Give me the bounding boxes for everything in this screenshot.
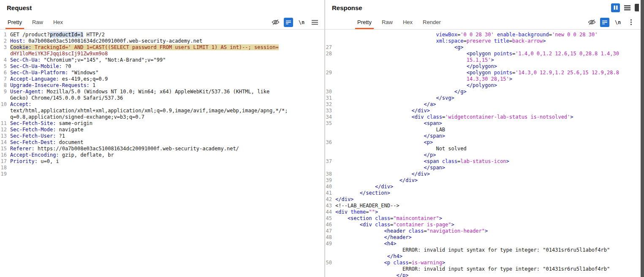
line-content: <h4>	[335, 241, 397, 247]
line-number: 16	[0, 152, 10, 158]
code-line: 18	[0, 165, 324, 171]
code-line: 48</header>	[325, 234, 641, 241]
request-tabs: PrettyRawHex	[3, 15, 68, 29]
line-content: Sec-Ch-Ua-Platform: "Windows"	[10, 70, 99, 76]
line-content: ERROR: invalid input syntax for type int…	[335, 247, 610, 253]
response-editor[interactable]: viewBox='0 0 28 30' enable-background='n…	[325, 30, 641, 277]
response-tabs: PrettyRawHexRender	[352, 15, 446, 29]
line-number	[325, 133, 335, 139]
line-number: 11	[0, 120, 10, 127]
code-line: 12Sec-Fetch-Mode: navigate	[0, 127, 324, 133]
layout-stacked-button[interactable]	[623, 3, 632, 12]
line-number: 37	[325, 158, 335, 165]
line-number: 40	[325, 184, 335, 190]
line-content: </g>	[335, 89, 467, 95]
line-number: 9	[0, 89, 10, 95]
tab-raw[interactable]: Raw	[377, 15, 398, 29]
code-line: 40</div>	[325, 184, 641, 190]
tab-raw[interactable]: Raw	[27, 15, 48, 29]
code-line: </p>	[325, 272, 641, 277]
code-line: 11Sec-Fetch-Site: same-origin	[0, 120, 324, 127]
tab-render[interactable]: Render	[418, 15, 446, 29]
line-content: <div class="container is-page">	[335, 222, 454, 228]
line-number: 19	[0, 171, 10, 177]
request-title: Request	[7, 4, 32, 11]
code-line: 49<h4>	[325, 241, 641, 247]
code-line: 38</div>	[325, 171, 641, 177]
line-content: <header class="navigation-header">	[335, 228, 488, 234]
code-line: 10Accept:	[0, 101, 324, 108]
code-line: 32</a>	[325, 101, 641, 108]
response-view-toolbar: \n	[587, 15, 638, 29]
layout-extra-button[interactable]	[635, 4, 639, 11]
line-content: Sec-Fetch-Mode: navigate	[10, 127, 83, 133]
code-line: text/html,application/xhtml+xml,applicat…	[0, 108, 324, 114]
tab-hex[interactable]: Hex	[48, 15, 68, 29]
line-content: xml:space=preserve title=back-arrow>	[335, 38, 546, 44]
code-line: 31</svg>	[325, 95, 641, 101]
request-editor[interactable]: 1GET /product?productId=1 HTTP/22Host: 0…	[0, 30, 324, 277]
line-number: 27	[325, 44, 335, 51]
code-line: 9User-Agent: Mozilla/5.0 (Windows NT 10.…	[0, 89, 324, 95]
tab-pretty[interactable]: Pretty	[352, 15, 377, 29]
line-content: </p>	[335, 272, 408, 277]
code-line: Gecko) Chrome/145.0.0.0 Safari/537.36	[0, 95, 324, 101]
syntax-highlight-icon[interactable]	[600, 18, 609, 27]
nonprintable-chars-icon[interactable]: \n	[297, 18, 306, 27]
request-titlebar: Request	[0, 0, 324, 15]
line-number: 7	[0, 76, 10, 82]
code-line: 16Accept-Encoding: gzip, deflate, br	[0, 152, 324, 158]
code-line: 30</g>	[325, 89, 641, 95]
line-number: 39	[325, 177, 335, 184]
code-line: 42</div>	[325, 196, 641, 203]
hide-highlights-icon[interactable]	[587, 18, 596, 27]
line-content: q=0.8,application/signed-exchange;v=b3;q…	[10, 114, 144, 120]
editor-more-icon[interactable]	[626, 18, 636, 27]
line-number	[0, 95, 10, 101]
code-line: 6Sec-Ch-Ua-Platform: "Windows"	[0, 70, 324, 76]
hide-highlights-icon[interactable]	[271, 18, 280, 27]
code-line: ERROR: invalid input syntax for type int…	[325, 247, 641, 253]
line-number	[325, 272, 335, 277]
line-number: 6	[0, 70, 10, 76]
line-content: <div class='widgetcontainer-lab-status i…	[335, 114, 573, 120]
line-number	[0, 51, 10, 57]
line-number: 30	[325, 89, 335, 95]
line-number: 18	[0, 165, 10, 171]
code-line: xml:space=preserve title=back-arrow>	[325, 38, 641, 44]
line-content: Not solved	[335, 146, 467, 152]
code-line: 33</div>	[325, 108, 641, 114]
line-number	[325, 63, 335, 70]
line-number: 14	[0, 139, 10, 146]
editor-menu-icon[interactable]	[310, 18, 319, 27]
line-number	[325, 253, 335, 260]
tab-pretty[interactable]: Pretty	[3, 15, 27, 29]
code-line: 5Sec-Ch-Ua-Mobile: ?0	[0, 63, 324, 70]
line-number: 17	[0, 158, 10, 165]
line-number	[325, 152, 335, 158]
line-content: <!--LAB_HEADER_END-->	[335, 203, 399, 209]
line-number	[325, 57, 335, 63]
code-line: 43<!--LAB_HEADER_END-->	[325, 203, 641, 209]
layout-columns-button[interactable]	[611, 3, 620, 12]
request-tabbar: PrettyRawHex \n	[0, 15, 324, 30]
code-line: 41</section>	[325, 190, 641, 196]
response-panel: Response PrettyR	[325, 0, 641, 277]
code-line: 45<section class="maincontainer">	[325, 215, 641, 222]
code-line: </polygon>	[325, 82, 641, 89]
inspector-collapsed-bar[interactable]	[641, 0, 644, 277]
line-number	[325, 165, 335, 171]
line-number: 4	[0, 57, 10, 63]
line-number: 49	[325, 241, 335, 247]
line-number: 50	[325, 260, 335, 266]
tab-hex[interactable]: Hex	[398, 15, 418, 29]
line-content: </div>	[335, 184, 393, 190]
line-content: </svg>	[335, 95, 454, 101]
syntax-highlight-icon[interactable]	[284, 18, 293, 27]
line-number: 29	[325, 70, 335, 76]
nonprintable-chars-icon[interactable]: \n	[613, 18, 622, 27]
line-content: Referer: https://0a7b008e03ac510081634dc…	[10, 146, 239, 152]
line-content: <polygon points='14.3,0 12.9,1.2 25.6,15…	[335, 70, 619, 76]
line-content: Sec-Ch-Ua-Mobile: ?0	[10, 63, 71, 70]
line-content: </p>	[335, 152, 436, 158]
